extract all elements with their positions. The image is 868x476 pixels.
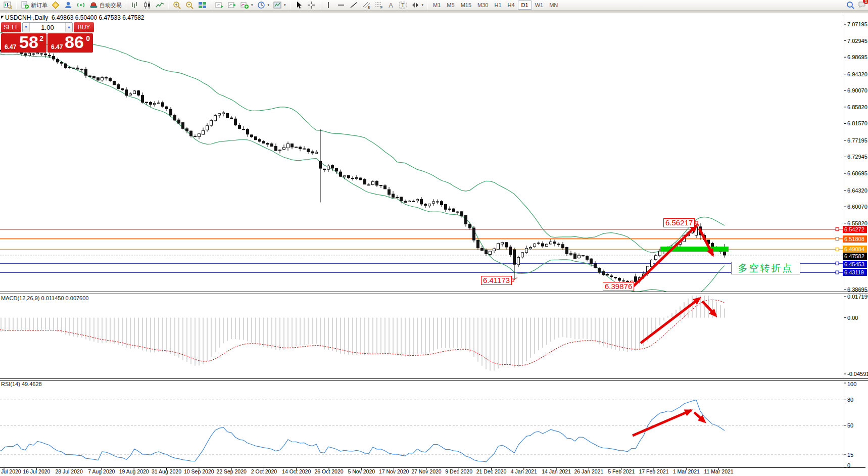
svg-text:80: 80: [847, 397, 853, 403]
svg-text:6.90070: 6.90070: [847, 87, 867, 93]
svg-text:6.98695: 6.98695: [847, 54, 867, 60]
signals-icon: [77, 1, 85, 9]
svg-text:0: 0: [847, 462, 850, 468]
chart-title: USDCNH-,Daily 6.49863 6.50400 6.47533 6.…: [5, 14, 144, 21]
chart-shift-button[interactable]: [226, 1, 238, 10]
svg-text:F: F: [380, 6, 382, 9]
text-label-icon: T: [399, 1, 407, 9]
svg-text:7.02945: 7.02945: [847, 38, 867, 44]
channel-icon: E: [362, 1, 371, 9]
fibonacci-tool[interactable]: F: [373, 1, 385, 10]
svg-text:19 Aug 2020: 19 Aug 2020: [119, 468, 149, 474]
turning-point-label[interactable]: 多空转折点: [731, 262, 800, 274]
chevron-down-icon: ▾: [422, 3, 424, 7]
search-icon[interactable]: [846, 1, 855, 9]
text-label-tool[interactable]: T: [397, 1, 409, 10]
symbol-period-label: USDCNH-,Daily: [5, 14, 48, 21]
svg-text:17 Nov 2020: 17 Nov 2020: [379, 468, 409, 474]
sell-price-prefix: 6.47: [5, 43, 16, 51]
callout-connectors: [511, 221, 699, 285]
shapes-tool[interactable]: ▾: [409, 1, 426, 10]
tab-timeframe-m5[interactable]: M5: [444, 1, 457, 9]
buy-price-display[interactable]: 6.47 86 0: [47, 33, 93, 53]
new-order-icon: [21, 1, 29, 9]
candlestick-button[interactable]: [141, 1, 154, 10]
horizontal-line-icon: [337, 1, 346, 9]
text-icon: A: [388, 2, 395, 9]
notification-badge: 1: [863, 0, 868, 4]
tab-timeframe-m1[interactable]: M1: [430, 1, 444, 9]
zoom-out-button[interactable]: [183, 1, 196, 10]
cursor-tool-button[interactable]: [293, 1, 305, 10]
svg-text:26 Jan 2021: 26 Jan 2021: [574, 468, 603, 474]
toolbar-separator: [290, 2, 291, 9]
tab-timeframe-m30[interactable]: M30: [474, 1, 491, 9]
tab-timeframe-m15[interactable]: M15: [458, 1, 474, 9]
tile-windows-button[interactable]: [196, 1, 209, 10]
svg-text:6.60070: 6.60070: [847, 204, 867, 210]
vertical-line-tool[interactable]: [322, 1, 335, 10]
autotrading-icon: [89, 1, 98, 9]
new-order-label: 新订单: [31, 2, 47, 9]
cursor-icon: [295, 1, 303, 9]
swing-low1-callout[interactable]: 6.41173: [481, 276, 512, 285]
trendline-tool[interactable]: [348, 1, 360, 10]
chat-button[interactable]: 1: [858, 1, 866, 10]
auto-scroll-icon: [215, 1, 224, 9]
tab-timeframe-h1[interactable]: H1: [491, 1, 504, 9]
swing-low2-callout[interactable]: 6.39876: [603, 282, 634, 291]
svg-text:31 Aug 2020: 31 Aug 2020: [152, 468, 181, 474]
buy-price-pip: 0: [86, 34, 90, 42]
svg-text:22 Sep 2020: 22 Sep 2020: [216, 468, 247, 474]
candlestick-icon: [143, 1, 152, 9]
indicators-button[interactable]: ▾: [238, 1, 255, 10]
svg-text:27 Nov 2020: 27 Nov 2020: [411, 468, 442, 474]
svg-text:6.77195: 6.77195: [847, 137, 867, 144]
vertical-line-icon: [324, 1, 333, 9]
horizontal-line-tool[interactable]: [335, 1, 348, 10]
buy-button[interactable]: BUY: [74, 22, 94, 32]
chevron-down-icon: ▾: [268, 3, 270, 7]
new-order-button[interactable]: 新订单: [19, 1, 50, 10]
one-click-trading-panel: SELL ▼ ▲ BUY 6.47 58 2 6.47 86 0: [1, 22, 94, 53]
crosshair-tool-button[interactable]: [305, 1, 318, 10]
profile-icon: [64, 1, 73, 9]
periods-button[interactable]: ▾: [255, 1, 272, 10]
volume-increase-button[interactable]: ▲: [65, 23, 72, 32]
svg-text:-0.045919: -0.045919: [847, 371, 868, 377]
bar-chart-button[interactable]: [128, 1, 141, 10]
channel-tool[interactable]: E: [360, 1, 373, 10]
tab-timeframe-h4[interactable]: H4: [505, 1, 518, 9]
price-line-label-4: 6.45453: [843, 261, 867, 268]
tab-timeframe-mn[interactable]: MN: [546, 1, 561, 9]
shapes-icon: [411, 1, 420, 9]
tab-timeframe-d1[interactable]: D1: [518, 1, 532, 10]
trendline-icon: [350, 1, 358, 9]
sell-price-main: 58: [19, 32, 38, 52]
zoom-in-button[interactable]: [171, 1, 183, 10]
sell-price-display[interactable]: 6.47 58 2: [1, 33, 46, 53]
tab-timeframe-w1[interactable]: W1: [532, 1, 547, 9]
new-chart-button[interactable]: [2, 1, 14, 10]
community-button[interactable]: [62, 1, 75, 10]
templates-button[interactable]: ▾: [271, 1, 288, 10]
main-toolbar: 新订单 自动交易 ▾ ▾ ▾ E F A T ▾ M1 M5 M15 M30 H…: [0, 0, 868, 11]
macd-pane-label: MACD(12,26,9) 0.011450 0.007600: [1, 295, 88, 301]
svg-text:10 Sep 2020: 10 Sep 2020: [184, 468, 214, 474]
text-tool[interactable]: A: [385, 1, 397, 10]
auto-scroll-button[interactable]: [213, 1, 226, 10]
metaeditor-button[interactable]: [50, 1, 62, 10]
svg-text:9 Dec 2020: 9 Dec 2020: [445, 468, 472, 474]
price-line-label-5: 6.43119: [843, 269, 867, 276]
line-chart-button[interactable]: [154, 1, 166, 10]
rsi-pane-label: RSI(14) 49.4628: [1, 381, 42, 387]
chart-canvas[interactable]: 7.071957.029456.986956.943206.900706.858…: [0, 0, 868, 476]
chart-corner-icon[interactable]: [1, 16, 4, 19]
autotrading-button[interactable]: 自动交易: [87, 1, 124, 10]
sell-button[interactable]: SELL: [1, 22, 21, 32]
signals-button[interactable]: [75, 1, 87, 10]
volume-input[interactable]: [30, 23, 65, 32]
swing-high-callout[interactable]: 6.56217: [663, 218, 695, 227]
svg-text:7.07195: 7.07195: [847, 21, 867, 27]
volume-decrease-button[interactable]: ▼: [23, 23, 30, 32]
